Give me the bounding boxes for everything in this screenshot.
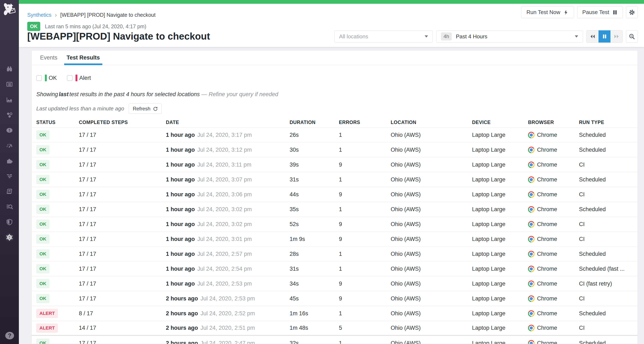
row-duration: 32s bbox=[290, 340, 339, 344]
row-status-badge: OK bbox=[36, 234, 50, 244]
row-date: 1 hour agoJul 24, 2020, 3:02 pm bbox=[166, 206, 290, 213]
row-errors: 5 bbox=[339, 325, 391, 331]
row-location: Ohio (AWS) bbox=[391, 310, 472, 317]
row-status-badge: OK bbox=[36, 205, 50, 214]
row-status-badge: OK bbox=[36, 279, 50, 288]
row-errors: 9 bbox=[339, 281, 391, 287]
table-row[interactable]: OK17 / 171 hour agoJul 24, 2020, 3:07 pm… bbox=[32, 172, 638, 187]
datadog-logo[interactable] bbox=[2, 2, 17, 17]
table-row[interactable]: OK17 / 171 hour agoJul 24, 2020, 3:06 pm… bbox=[32, 187, 638, 202]
col-errors: ERRORS bbox=[339, 120, 391, 125]
metrics-icon[interactable] bbox=[0, 92, 19, 107]
row-location: Ohio (AWS) bbox=[391, 162, 472, 168]
notebooks-icon[interactable] bbox=[0, 184, 19, 199]
security-shield-icon[interactable] bbox=[0, 214, 19, 230]
monitors-icon[interactable] bbox=[0, 123, 19, 138]
refine-query-link[interactable]: — Refine your query if needed bbox=[201, 91, 278, 97]
row-browser: Chrome bbox=[528, 176, 579, 183]
row-device: Laptop Large bbox=[472, 325, 528, 331]
table-row[interactable]: OK17 / 171 hour agoJul 24, 2020, 2:57 pm… bbox=[32, 247, 638, 262]
time-forward-button[interactable] bbox=[610, 30, 622, 42]
zoom-out-button[interactable] bbox=[626, 30, 638, 43]
row-device: Laptop Large bbox=[472, 191, 528, 198]
row-duration: 1m 9s bbox=[290, 236, 339, 242]
tab-test-results[interactable]: Test Results bbox=[62, 50, 105, 65]
table-row[interactable]: OK17 / 171 hour agoJul 24, 2020, 3:17 pm… bbox=[32, 128, 638, 142]
time-pause-button[interactable] bbox=[598, 30, 610, 42]
time-rewind-button[interactable] bbox=[586, 30, 598, 42]
row-status-badge: OK bbox=[36, 130, 50, 140]
chrome-icon bbox=[528, 281, 534, 287]
row-status: OK bbox=[36, 234, 79, 244]
row-completed-steps: 14 / 17 bbox=[79, 325, 166, 331]
synthetics-globe-icon[interactable] bbox=[0, 230, 19, 245]
locations-select[interactable]: All locations bbox=[334, 30, 433, 42]
row-status: OK bbox=[36, 279, 79, 288]
table-row[interactable]: ALERT14 / 172 hours agoJul 24, 2020, 2:5… bbox=[32, 321, 638, 336]
last-updated-text: Last updated less than a minute ago bbox=[36, 105, 124, 112]
row-status: OK bbox=[36, 205, 79, 214]
chrome-icon bbox=[528, 340, 534, 344]
table-row[interactable]: OK17 / 172 hours agoJul 24, 2020, 2:47 p… bbox=[32, 336, 638, 344]
chrome-icon bbox=[528, 162, 534, 168]
dashboards-icon[interactable] bbox=[0, 77, 19, 92]
chrome-icon bbox=[528, 266, 534, 272]
row-errors: 1 bbox=[339, 147, 391, 153]
watchdog-binoculars-icon[interactable] bbox=[0, 61, 19, 77]
help-icon[interactable]: ? bbox=[5, 332, 14, 340]
table-row[interactable]: OK17 / 171 hour agoJul 24, 2020, 2:54 pm… bbox=[32, 262, 638, 276]
row-device: Laptop Large bbox=[472, 206, 528, 213]
row-browser: Chrome bbox=[528, 251, 579, 257]
refresh-button[interactable]: Refresh bbox=[129, 103, 162, 114]
row-device: Laptop Large bbox=[472, 251, 528, 257]
row-status-badge: OK bbox=[36, 249, 50, 259]
table-row[interactable]: OK17 / 171 hour agoJul 24, 2020, 3:11 pm… bbox=[32, 157, 638, 172]
chrome-icon bbox=[528, 325, 534, 331]
run-test-now-button[interactable]: Run Test Now bbox=[521, 6, 574, 18]
pause-test-button[interactable]: Pause Test bbox=[577, 6, 623, 18]
row-completed-steps: 17 / 17 bbox=[79, 266, 166, 272]
row-run-type: Scheduled bbox=[579, 310, 638, 317]
row-status-badge: OK bbox=[36, 294, 50, 303]
row-errors: 1 bbox=[339, 266, 391, 272]
row-status: OK bbox=[36, 145, 79, 154]
log-search-icon[interactable] bbox=[0, 199, 19, 214]
row-errors: 9 bbox=[339, 295, 391, 302]
tab-events[interactable]: Events bbox=[36, 50, 62, 65]
table-row[interactable]: OK17 / 171 hour agoJul 24, 2020, 3:02 pm… bbox=[32, 202, 638, 217]
row-duration: 52s bbox=[290, 221, 339, 228]
ok-checkbox[interactable] bbox=[36, 75, 42, 81]
pause-icon bbox=[612, 10, 618, 15]
row-location: Ohio (AWS) bbox=[391, 266, 472, 272]
legend-item-ok: OK bbox=[36, 75, 57, 81]
row-status: OK bbox=[36, 190, 79, 199]
traces-icon[interactable] bbox=[0, 168, 19, 184]
row-date: 1 hour agoJul 24, 2020, 3:06 pm bbox=[166, 191, 290, 198]
row-date: 1 hour agoJul 24, 2020, 3:11 pm bbox=[166, 162, 290, 168]
row-completed-steps: 17 / 17 bbox=[79, 281, 166, 287]
alert-checkbox[interactable] bbox=[67, 75, 72, 81]
chrome-icon bbox=[528, 295, 534, 302]
settings-gear-button[interactable] bbox=[626, 6, 638, 18]
integrations-puzzle-icon[interactable] bbox=[0, 153, 19, 168]
breadcrumb-synthetics-link[interactable]: Synthetics bbox=[27, 12, 52, 18]
infrastructure-icon[interactable] bbox=[0, 107, 19, 123]
row-browser: Chrome bbox=[528, 221, 579, 228]
row-browser: Chrome bbox=[528, 340, 579, 344]
row-duration: 26s bbox=[290, 132, 339, 138]
table-row[interactable]: ALERT8 / 172 hours agoJul 24, 2020, 2:52… bbox=[32, 306, 638, 321]
table-row[interactable]: OK17 / 172 hours agoJul 24, 2020, 2:53 p… bbox=[32, 291, 638, 306]
last-ran-text: Last ran 5 mins ago (Jul 24, 2020, 4:17 … bbox=[45, 23, 146, 29]
row-duration: 35s bbox=[290, 206, 339, 213]
table-row[interactable]: OK17 / 171 hour agoJul 24, 2020, 3:01 pm… bbox=[32, 232, 638, 247]
row-location: Ohio (AWS) bbox=[391, 132, 472, 138]
row-completed-steps: 17 / 17 bbox=[79, 251, 166, 257]
timeframe-select[interactable]: 4h Past 4 Hours bbox=[436, 30, 583, 42]
alert-color-bar bbox=[76, 75, 78, 81]
breadcrumb-current-page: [WEBAPP] [PROD] Navigate to checkout bbox=[60, 12, 156, 18]
apm-gauge-icon[interactable] bbox=[0, 138, 19, 153]
table-row[interactable]: OK17 / 171 hour agoJul 24, 2020, 3:02 pm… bbox=[32, 217, 638, 232]
table-row[interactable]: OK17 / 171 hour agoJul 24, 2020, 3:12 pm… bbox=[32, 142, 638, 157]
time-nav-group bbox=[586, 30, 622, 43]
table-row[interactable]: OK17 / 171 hour agoJul 24, 2020, 2:53 pm… bbox=[32, 276, 638, 291]
